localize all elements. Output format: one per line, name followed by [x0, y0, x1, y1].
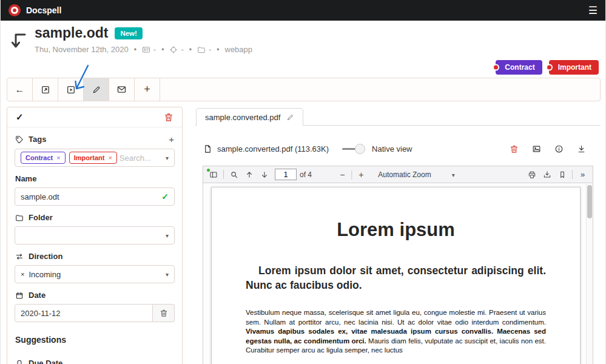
edit-metadata-button[interactable] [84, 78, 109, 101]
pdf-page: Lorem ipsum Lorem ipsum dolor sit amet, … [211, 187, 581, 364]
name-input[interactable] [21, 192, 161, 201]
toolbar-separator [351, 170, 352, 180]
tags-multiselect[interactable]: Contract × Important × ▾ [15, 149, 175, 167]
chevron-down-icon: ▾ [162, 271, 169, 278]
remove-tag-icon[interactable]: × [56, 154, 60, 161]
pdf-sidebar-toggle-button[interactable] [206, 167, 221, 182]
folder-icon [15, 214, 24, 222]
correspondent-meta: - [142, 45, 156, 54]
sidebar-toggle-icon [209, 170, 218, 179]
remove-tag-icon[interactable]: × [108, 154, 112, 161]
tags-field-label: Tags + [15, 134, 174, 144]
caret-square-right-button[interactable] [58, 78, 84, 101]
folder-select[interactable]: ▾ [15, 226, 175, 244]
direction-arrows-icon [15, 252, 24, 261]
direction-field-label: Direction [15, 252, 174, 261]
delete-item-button[interactable] [164, 112, 173, 122]
preview-image-button[interactable] [532, 144, 541, 153]
add-tag-button[interactable]: + [169, 134, 174, 144]
date-input[interactable] [21, 309, 147, 318]
source-value: webapp [225, 45, 253, 54]
chevron-down-icon: ▾ [162, 232, 169, 239]
tag-chip-contract[interactable]: Contract × [21, 152, 66, 164]
brand-name: Docspell [26, 5, 61, 15]
pdf-document-paragraph: Vestibulum neque massa, scelerisque sit … [246, 308, 546, 356]
suggestions-title: Suggestions [15, 335, 174, 345]
docspell-logo-icon [8, 4, 21, 16]
folder-icon [197, 46, 206, 54]
delete-attachment-button[interactable] [510, 144, 519, 153]
external-link-square-icon [41, 85, 50, 95]
direction-value: Incoming [29, 270, 61, 279]
download-icon [577, 144, 586, 153]
tag-chip-important[interactable]: Important × [69, 152, 117, 164]
tag-search-input[interactable] [120, 153, 162, 163]
panel-header: ✓ [7, 107, 182, 127]
attachment-header: sample.converted.pdf (113.63K) Native vi… [203, 144, 594, 154]
tag-category-dot [493, 64, 499, 71]
due-date-field-label: Due Date [15, 359, 174, 364]
concerning-value: - [181, 45, 183, 54]
new-badge: New! [115, 27, 142, 39]
zoom-in-button[interactable]: + [354, 167, 368, 182]
file-icon [203, 144, 212, 153]
top-navbar: Docspell ☰ [1, 0, 605, 21]
correspondent-value: - [153, 45, 156, 54]
add-files-button[interactable]: + [135, 78, 160, 101]
attachment-tabs: sample.converted.pdf [195, 108, 601, 126]
menu-icon[interactable]: ☰ [588, 5, 598, 16]
pdf-current-view-button[interactable] [554, 167, 570, 182]
back-button[interactable]: ← [7, 78, 33, 101]
pdf-document-heading: Lorem ipsum dolor sit amet, consectetur … [246, 264, 546, 292]
pdf-page-number-input[interactable] [275, 169, 297, 180]
tag-category-dot [546, 64, 553, 71]
chevron-down-icon: ▾ [448, 172, 455, 178]
check-icon: ✓ [16, 112, 24, 122]
edit-name-icon[interactable] [286, 113, 294, 121]
tag-icon [15, 135, 24, 144]
attachment-name: sample.converted.pdf (113.63K) [203, 144, 329, 153]
file-info-button[interactable] [554, 144, 564, 153]
zoom-level-select[interactable]: Automatic Zoom ▾ [372, 168, 460, 181]
separator-dot: • [161, 46, 164, 54]
save-download-icon [543, 170, 551, 179]
item-tag-badges: Contract Important [496, 60, 599, 75]
pdf-more-tools-button[interactable]: » [575, 167, 590, 182]
pdf-print-button[interactable] [524, 167, 539, 182]
tab-sample-converted-pdf[interactable]: sample.converted.pdf [196, 108, 303, 126]
send-mail-button[interactable] [109, 78, 135, 101]
download-attachment-button[interactable] [577, 144, 586, 153]
confirm-button[interactable]: ✓ [16, 112, 24, 123]
trash-icon [510, 144, 519, 153]
pdf-zoom-controls: − + Automatic Zoom ▾ [335, 166, 460, 183]
clear-date-button[interactable] [153, 304, 175, 322]
app-window: Docspell ☰ sample.odt New! Thu, November… [0, 0, 606, 364]
pdf-save-button[interactable] [539, 167, 554, 182]
calendar-icon [15, 291, 24, 300]
separator-dot: • [134, 46, 136, 54]
name-field-label: Name [15, 174, 174, 183]
clear-selection-icon[interactable]: × [21, 271, 24, 278]
back-arrow-icon: ← [15, 84, 25, 95]
plus-icon: + [144, 83, 150, 96]
native-view-toggle[interactable] [342, 144, 365, 154]
tag-badge-important: Important [549, 60, 599, 75]
pdf-find-button[interactable] [226, 167, 241, 182]
pdf-prev-page-button[interactable] [241, 167, 257, 182]
image-icon [532, 144, 541, 153]
direction-select[interactable]: × Incoming ▾ [15, 265, 175, 283]
native-view-label: Native view [372, 144, 412, 153]
item-date: Thu, November 12th, 2020 [35, 45, 129, 54]
date-field-label: Date [15, 291, 174, 300]
bookmark-icon [558, 170, 567, 179]
saved-check-icon: ✓ [161, 192, 169, 201]
brand-link[interactable]: Docspell [8, 4, 61, 16]
scrollbar-thumb[interactable] [587, 185, 592, 218]
level-down-icon [10, 30, 28, 54]
zoom-out-button[interactable]: − [335, 167, 349, 182]
pdf-scrollbar[interactable] [586, 184, 593, 364]
external-link-square-button[interactable] [33, 78, 58, 101]
folder-meta: - [197, 45, 211, 54]
pdf-next-page-button[interactable] [257, 167, 272, 182]
pdf-page-count: of 4 [300, 170, 312, 179]
